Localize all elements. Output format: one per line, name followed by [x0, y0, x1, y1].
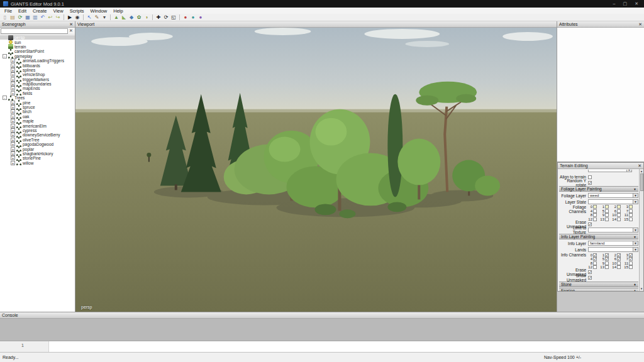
chevron-down-icon[interactable]: ▼ [633, 194, 638, 197]
menu-create[interactable]: Create [30, 8, 50, 14]
brush-icon[interactable]: ✎ [93, 14, 101, 21]
align-to-terrain-checkbox[interactable] [588, 175, 592, 179]
expand-icon[interactable]: + [11, 109, 15, 114]
undo-icon[interactable]: ↶ [39, 14, 47, 21]
expand-icon[interactable]: + [11, 77, 15, 82]
chevron-down-icon[interactable]: ▼ [633, 200, 638, 204]
scenegraph-item-birch[interactable]: +birch [0, 109, 75, 114]
expand-icon[interactable]: + [11, 124, 15, 128]
scenegraph-item-Trees[interactable]: -Trees [0, 96, 75, 100]
scenegraph-item-stonePine[interactable]: +stonePine [0, 156, 75, 160]
info-channel-2-checkbox[interactable] [617, 253, 621, 257]
info-layer-select[interactable]: farmland ▼ [588, 241, 638, 246]
foliage-channel-3-checkbox[interactable] [629, 205, 633, 209]
filter-clear-icon[interactable]: ✕ [68, 28, 74, 33]
info-channel-5-checkbox[interactable] [605, 257, 609, 261]
info-channel-6-checkbox[interactable] [617, 257, 621, 261]
info-channel-1-checkbox[interactable] [605, 253, 609, 257]
redo-back-icon[interactable]: ↩ [47, 14, 54, 21]
chevron-down-icon[interactable]: ▼ [626, 170, 631, 172]
scenegraph-item-triggerMarkers[interactable]: +triggerMarkers [0, 77, 75, 82]
console-command-input[interactable] [49, 341, 644, 352]
erase-unmasked-checkbox[interactable] [588, 270, 592, 274]
info-channel-12-checkbox[interactable] [593, 265, 597, 269]
chevron-down-icon[interactable]: ▼ [633, 228, 638, 232]
expand-icon[interactable]: + [11, 119, 15, 123]
new-file-icon[interactable]: ▯ [1, 14, 9, 21]
scenegraph-item-willow[interactable]: +willow [0, 161, 75, 165]
scenegraph-filter-input[interactable] [1, 28, 68, 34]
expand-icon[interactable]: + [11, 86, 15, 90]
expand-icon[interactable]: + [11, 156, 15, 160]
scenegraph-item-cypress[interactable]: +cypress [0, 128, 75, 133]
attributes-close-icon[interactable]: ✕ [638, 22, 642, 27]
select-arrow-icon[interactable]: ↖ [86, 14, 93, 21]
export-icon[interactable]: ▥ [31, 14, 39, 21]
foliage-channel-7-checkbox[interactable] [629, 209, 633, 213]
open-file-icon[interactable]: ▤ [9, 14, 16, 21]
foliage-channel-6-checkbox[interactable] [617, 209, 621, 213]
foliage-channel-4-checkbox[interactable] [593, 209, 597, 213]
close-button[interactable]: ✕ [635, 1, 638, 6]
stone-header[interactable]: Stone ▲ [559, 282, 638, 287]
play-icon[interactable]: ▶ [66, 14, 74, 21]
info-channel-4-checkbox[interactable] [593, 257, 597, 261]
terrain-smooth-icon[interactable]: ◣ [120, 14, 128, 21]
expand-icon[interactable]: + [11, 128, 15, 133]
menu-file[interactable]: File [1, 8, 15, 14]
menu-edit[interactable]: Edit [15, 8, 30, 14]
menu-window[interactable]: Window [87, 8, 111, 14]
info-channel-14-checkbox[interactable] [617, 265, 621, 269]
collapse-icon[interactable]: - [3, 96, 7, 100]
scroll-up-icon[interactable]: ▲ [640, 169, 643, 173]
foliage-channel-5-checkbox[interactable] [605, 209, 609, 213]
move-icon[interactable]: ✚ [155, 14, 162, 21]
expand-icon[interactable]: + [11, 151, 15, 156]
foliage-layer-painting-header[interactable]: Foliage Layer Painting ▼ [559, 186, 638, 192]
info-channel-7-checkbox[interactable] [629, 257, 633, 261]
save-icon[interactable]: ▦ [24, 14, 31, 21]
foliage-channel-13-checkbox[interactable] [605, 217, 609, 221]
erosion-header[interactable]: Erosion ▲ [559, 288, 638, 291]
foliage-channel-11-checkbox[interactable] [629, 213, 633, 217]
info-channel-8-checkbox[interactable] [593, 261, 597, 265]
show-unmasked-checkbox[interactable] [588, 276, 592, 280]
scenegraph-item-downeyServiceBerry[interactable]: +downeyServiceBerry [0, 133, 75, 137]
scenegraph-item-splines[interactable]: +splines [0, 68, 75, 72]
foliage-channel-8-checkbox[interactable] [593, 213, 597, 217]
scenegraph-item-vehicleShop[interactable]: +vehicleShop [0, 72, 75, 77]
clipped-combo[interactable]: ▼ [588, 170, 632, 172]
layer-state-select[interactable]: ▼ [588, 199, 638, 204]
info-layer-painting-header[interactable]: Info Layer Painting ▼ [559, 234, 638, 239]
menu-view[interactable]: View [50, 8, 67, 14]
expand-icon[interactable]: + [11, 138, 15, 142]
expand-icon[interactable]: + [11, 68, 15, 72]
expand-icon[interactable]: + [11, 133, 15, 137]
scenegraph-item-poplar[interactable]: +poplar [0, 146, 75, 151]
info-channel-0-checkbox[interactable] [593, 253, 597, 257]
terrain-raise-icon[interactable]: ▲ [113, 14, 120, 21]
foliage-channel-1-checkbox[interactable] [605, 205, 609, 209]
viewport-3d-scene[interactable]: persp [75, 28, 557, 312]
scenegraph-item-spruce[interactable]: +spruce [0, 105, 75, 109]
scenegraph-close-icon[interactable]: ✕ [69, 22, 73, 27]
collapse-icon[interactable]: - [3, 54, 7, 58]
expand-icon[interactable]: + [11, 105, 15, 109]
expand-icon[interactable]: + [11, 161, 15, 165]
info-channel-3-checkbox[interactable] [629, 253, 633, 257]
terrain-editing-close-icon[interactable]: ✕ [638, 163, 641, 168]
physics-icon[interactable]: ● [182, 14, 189, 21]
info-channel-9-checkbox[interactable] [605, 261, 609, 265]
terrain-panel-scrollbar[interactable]: ▲ ▼ [639, 169, 643, 291]
expand-icon[interactable]: + [11, 72, 15, 77]
audio-icon[interactable]: ● [189, 14, 197, 21]
foliage-channel-2-checkbox[interactable] [617, 205, 621, 209]
info-channel-13-checkbox[interactable] [605, 265, 609, 269]
scenegraph-item-oak[interactable]: +oak [0, 114, 75, 119]
reload-icon[interactable]: ⟳ [16, 14, 24, 21]
foliage-channel-10-checkbox[interactable] [617, 213, 621, 217]
menu-scripts[interactable]: Scripts [67, 8, 87, 14]
chevron-down-icon[interactable]: ▼ [633, 241, 638, 245]
scenegraph-item-pine[interactable]: +pine [0, 100, 75, 104]
scrollbar-thumb[interactable] [640, 173, 643, 191]
